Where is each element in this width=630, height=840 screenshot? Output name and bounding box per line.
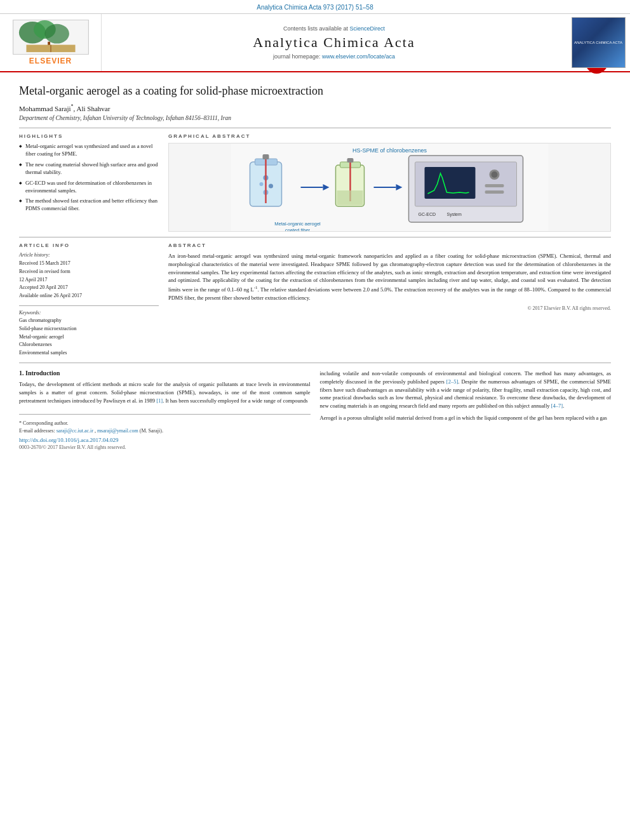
- svg-text:GC-ECD: GC-ECD: [419, 212, 436, 217]
- sciencedirect-link[interactable]: ScienceDirect: [350, 25, 385, 32]
- journal-cover-text: ANALYTICA CHIMICA ACTA: [574, 41, 622, 44]
- svg-rect-30: [485, 190, 504, 194]
- footer-email-line: E-mail addresses: saraji@cc.iut.ac.ir , …: [19, 427, 311, 435]
- ref-4-7: [4–7]: [551, 403, 563, 409]
- accepted-date: Accepted 20 April 2017: [19, 284, 159, 292]
- revised-date-text: 12 April 2017: [19, 277, 47, 283]
- journal-header-center: Contents lists available at ScienceDirec…: [102, 14, 566, 71]
- highlight-item-4: The method showed fast extraction and be…: [19, 197, 159, 213]
- homepage-line: journal homepage: www.elsevier.com/locat…: [273, 53, 395, 60]
- email-2-link[interactable]: msaraji@ymail.com: [97, 428, 138, 434]
- svg-rect-22: [337, 190, 363, 205]
- author-sup: *: [71, 103, 74, 109]
- keyword-2: Solid-phase microextraction: [19, 325, 159, 333]
- doi-link[interactable]: http://dx.doi.org/10.1016/j.aca.2017.04.…: [19, 437, 311, 443]
- journal-header: ELSEVIER Contents lists available at Sci…: [0, 14, 630, 72]
- article-title: Metal-organic aerogel as a coating for s…: [19, 84, 611, 98]
- article-history-group: Article history: Received 15 March 2017 …: [19, 252, 159, 300]
- svg-point-13: [269, 184, 273, 189]
- introduction-section: 1. Introduction Todays, the development …: [19, 370, 611, 450]
- elsevier-logo: ELSEVIER: [13, 20, 89, 65]
- received-date: Received 15 March 2017: [19, 260, 159, 268]
- revised-label-text: Received in revised form: [19, 269, 70, 274]
- article-content: ✕ Metal-organic aerogel as a coating for…: [0, 72, 630, 458]
- revised-date: 12 April 2017: [19, 276, 159, 284]
- highlight-item-2: The new coating material showed high sur…: [19, 161, 159, 177]
- copyright-line: © 2017 Elsevier B.V. All rights reserved…: [168, 305, 611, 311]
- ref-2-5: [2–5]: [446, 378, 458, 385]
- journal-cover-image: ANALYTICA CHIMICA ACTA: [572, 17, 626, 68]
- elsevier-brand-text: ELSEVIER: [29, 57, 72, 65]
- divider-after-affiliation: [19, 128, 611, 128]
- article-info-abstract-section: ARTICLE INFO Article history: Received 1…: [19, 243, 611, 363]
- svg-point-12: [260, 182, 264, 186]
- svg-rect-26: [425, 167, 476, 199]
- graphical-abstract-image: HS-SPME of chlorobenzenes: [168, 143, 611, 232]
- intro-left-column: 1. Introduction Todays, the development …: [19, 370, 311, 450]
- email-name-text: (M. Saraji).: [140, 428, 163, 434]
- keywords-title: Keywords:: [19, 310, 159, 316]
- authors-text: Mohammad Saraji*, Ali Shahvar: [19, 105, 110, 112]
- abstract-column: ABSTRACT An iron-based metal-organic aer…: [168, 243, 611, 357]
- homepage-link[interactable]: www.elsevier.com/locate/aca: [322, 53, 395, 60]
- journal-title-main: Analytica Chimica Acta: [253, 34, 415, 51]
- contents-label: Contents lists available at: [283, 25, 348, 32]
- article-affiliation: Department of Chemistry, Isfahan Univers…: [19, 115, 611, 121]
- ref-1: [1]: [156, 397, 163, 404]
- abstract-text: An iron-based metal-organic aerogel was …: [168, 252, 611, 302]
- intro-right-column: including volatile and non-volatile comp…: [320, 370, 612, 450]
- available-date: Available online 26 April 2017: [19, 292, 159, 300]
- contents-line: Contents lists available at ScienceDirec…: [283, 25, 385, 32]
- keyword-4: Chlorobenzenes: [19, 341, 159, 349]
- elsevier-logo-image: [13, 20, 89, 55]
- highlights-list: Metal-organic aerogel was synthesized an…: [19, 143, 159, 213]
- svg-rect-29: [485, 184, 504, 187]
- svg-rect-21: [347, 158, 354, 163]
- email-1-link[interactable]: saraji@cc.iut.ac.ir: [57, 428, 93, 434]
- keyword-3: Metal-organic aerogel: [19, 333, 159, 342]
- article-footer: * Corresponding author. E-mail addresses…: [19, 414, 311, 450]
- svg-text:coated fiber: coated fiber: [285, 227, 311, 232]
- highlights-column: HIGHLIGHTS Metal-organic aerogel was syn…: [19, 133, 159, 232]
- svg-text:System: System: [447, 212, 462, 217]
- corresponding-note: * Corresponding author.: [19, 420, 69, 426]
- keyword-1: Gas chromatography: [19, 317, 159, 325]
- journal-header-left: ELSEVIER: [0, 14, 102, 71]
- accepted-text: Accepted 20 April 2017: [19, 284, 68, 290]
- keyword-5: Environmental samples: [19, 349, 159, 357]
- article-info-column: ARTICLE INFO Article history: Received 1…: [19, 243, 159, 357]
- article-authors: Mohammad Saraji*, Ali Shahvar: [19, 103, 611, 112]
- intro-paragraph-3: Aerogel is a porous ultralight solid mat…: [320, 414, 612, 422]
- homepage-label: journal homepage:: [273, 53, 321, 60]
- article-info-label: ARTICLE INFO: [19, 243, 159, 248]
- intro-heading: 1. Introduction: [19, 370, 311, 377]
- info-divider: [19, 305, 159, 306]
- journal-header-right: ANALYTICA CHIMICA ACTA: [566, 14, 630, 71]
- svg-text:Metal-organic aerogel: Metal-organic aerogel: [274, 221, 321, 227]
- highlights-graphical-section: HIGHLIGHTS Metal-organic aerogel was syn…: [19, 133, 611, 237]
- email-separator: ,: [95, 428, 96, 434]
- journal-citation-link[interactable]: Analytica Chimica Acta 973 (2017) 51–58: [257, 4, 373, 11]
- journal-top-bar: Analytica Chimica Acta 973 (2017) 51–58: [0, 0, 630, 14]
- highlights-label: HIGHLIGHTS: [19, 133, 159, 139]
- email-label: E-mail addresses:: [19, 428, 55, 434]
- highlight-item-1: Metal-organic aerogel was synthesized an…: [19, 143, 159, 158]
- svg-rect-16: [263, 154, 269, 159]
- footer-corresponding: * Corresponding author.: [19, 420, 311, 427]
- received-text: Received 15 March 2017: [19, 260, 70, 266]
- intro-paragraph-1: Todays, the development of efficient met…: [19, 380, 311, 404]
- footer-issn: 0003-2670/© 2017 Elsevier B.V. All right…: [19, 444, 311, 450]
- page-container: Analytica Chimica Acta 973 (2017) 51–58: [0, 0, 630, 840]
- intro-paragraph-2: including volatile and non-volatile comp…: [320, 370, 612, 410]
- keywords-list: Gas chromatography Solid-phase microextr…: [19, 317, 159, 357]
- history-title: Article history:: [19, 252, 159, 258]
- svg-point-28: [492, 171, 498, 178]
- available-text: Available online 26 April 2017: [19, 293, 82, 298]
- svg-point-3: [44, 24, 69, 44]
- graphical-abstract-label: GRAPHICAL ABSTRACT: [168, 133, 611, 139]
- revised-label: Received in revised form: [19, 268, 159, 276]
- highlight-item-3: GC-ECD was used for determination of chl…: [19, 180, 159, 195]
- graphical-abstract-column: GRAPHICAL ABSTRACT HS-SPME of chlorobenz…: [168, 133, 611, 232]
- svg-text:HS-SPME of chlorobenzenes: HS-SPME of chlorobenzenes: [352, 147, 427, 154]
- abstract-label: ABSTRACT: [168, 243, 611, 248]
